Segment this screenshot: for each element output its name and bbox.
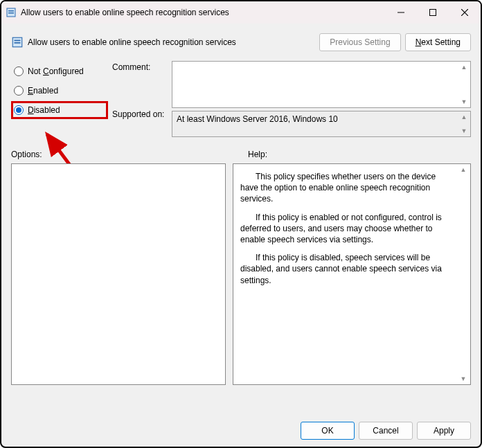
scrollbar[interactable]: ▲ ▼ <box>458 165 469 384</box>
help-panel: This policy specifies whether users on t… <box>233 163 471 385</box>
svg-rect-1 <box>8 10 14 12</box>
supported-on-field: At least Windows Server 2016, Windows 10… <box>172 111 471 137</box>
help-paragraph: If this policy is enabled or not configu… <box>240 212 454 246</box>
scroll-down-icon[interactable]: ▼ <box>458 374 469 384</box>
scroll-down-icon[interactable]: ▼ <box>458 97 470 107</box>
scrollbar[interactable]: ▲ ▼ <box>458 62 470 107</box>
help-paragraph: If this policy is disabled, speech servi… <box>240 252 454 286</box>
previous-setting-button[interactable]: Previous Setting <box>319 33 400 51</box>
options-label: Options: <box>11 150 241 159</box>
cancel-button[interactable]: Cancel <box>359 422 413 440</box>
scroll-up-icon[interactable]: ▲ <box>458 112 470 122</box>
close-button[interactable] <box>449 2 481 23</box>
help-label: Help: <box>241 150 471 159</box>
radio-icon <box>14 66 24 76</box>
dialog-footer: OK Cancel Apply <box>296 422 471 440</box>
radio-icon <box>14 86 24 96</box>
radio-label: Enabled <box>28 86 58 96</box>
ok-button[interactable]: OK <box>301 422 355 440</box>
scrollbar[interactable]: ▲ ▼ <box>458 112 470 136</box>
scroll-up-icon[interactable]: ▲ <box>458 165 469 174</box>
policy-icon <box>6 7 17 18</box>
next-setting-button[interactable]: Next Setting <box>405 33 471 51</box>
policy-icon <box>11 36 24 48</box>
svg-rect-2 <box>8 12 14 14</box>
radio-disabled[interactable]: Disabled <box>11 101 108 119</box>
comment-textarea[interactable]: ▲ ▼ <box>172 61 471 108</box>
svg-rect-9 <box>15 42 21 44</box>
help-paragraph: This policy specifies whether users on t… <box>240 171 454 205</box>
radio-icon <box>14 105 24 115</box>
radio-enabled[interactable]: Enabled <box>11 82 108 100</box>
policy-header: Allow users to enable online speech reco… <box>11 29 471 55</box>
options-panel <box>11 163 226 385</box>
apply-button[interactable]: Apply <box>417 422 471 440</box>
scroll-down-icon[interactable]: ▼ <box>458 126 470 136</box>
supported-on-label: Supported on: <box>112 108 168 137</box>
titlebar: Allow users to enable online speech reco… <box>1 1 481 24</box>
maximize-button[interactable] <box>417 2 449 23</box>
supported-on-value: At least Windows Server 2016, Windows 10 <box>177 114 338 124</box>
svg-rect-4 <box>430 10 436 16</box>
policy-name: Allow users to enable online speech reco… <box>28 37 236 47</box>
comment-label: Comment: <box>112 61 168 108</box>
svg-rect-8 <box>15 40 21 42</box>
radio-label: Disabled <box>28 105 60 115</box>
scroll-up-icon[interactable]: ▲ <box>458 62 470 72</box>
radio-not-configured[interactable]: Not Configured <box>11 62 108 80</box>
minimize-button[interactable] <box>385 2 417 23</box>
window-title: Allow users to enable online speech reco… <box>21 8 229 17</box>
radio-label: Not Configured <box>28 66 84 76</box>
